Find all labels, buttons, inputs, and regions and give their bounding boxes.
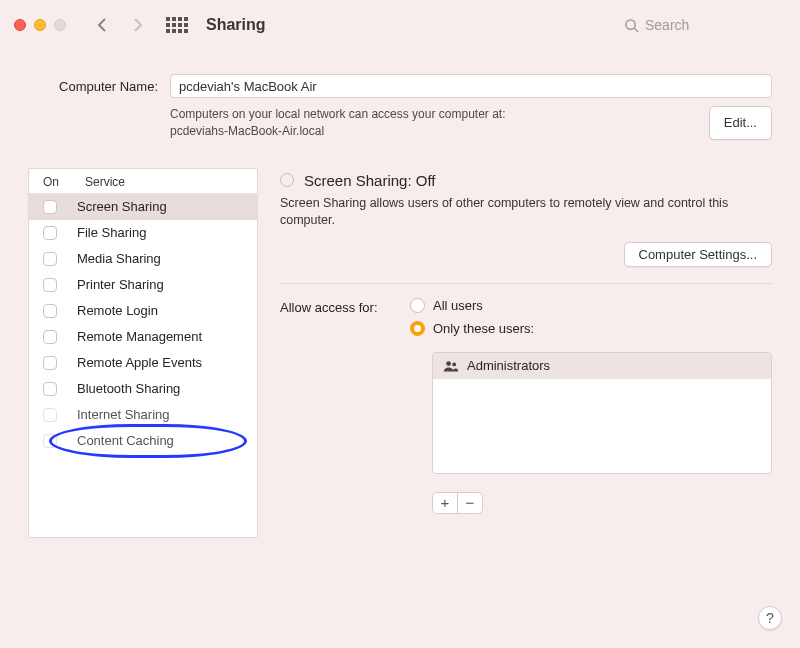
svg-line-1 — [634, 28, 638, 32]
service-internet-sharing[interactable]: Internet Sharing — [29, 402, 257, 428]
service-media-sharing[interactable]: Media Sharing — [29, 246, 257, 272]
remove-user-button[interactable]: − — [457, 492, 483, 514]
close-window-button[interactable] — [14, 19, 26, 31]
services-header: On Service — [29, 169, 257, 194]
divider — [280, 283, 772, 284]
service-checkbox[interactable] — [43, 330, 57, 344]
service-checkbox[interactable] — [43, 226, 57, 240]
radio-label: Only these users: — [433, 321, 534, 336]
radio-all-users[interactable]: All users — [410, 298, 772, 313]
allow-access-label: Allow access for: — [280, 298, 396, 315]
service-description: Screen Sharing allows users of other com… — [280, 195, 740, 230]
radio-icon — [410, 321, 425, 336]
search-placeholder: Search — [645, 17, 689, 33]
back-button[interactable] — [88, 13, 116, 37]
radio-label: All users — [433, 298, 483, 313]
edit-button[interactable]: Edit... — [709, 106, 772, 140]
services-panel: On Service Screen Sharing File Sharing M… — [28, 168, 258, 538]
status-indicator-icon — [280, 173, 294, 187]
help-button[interactable]: ? — [758, 606, 782, 630]
service-label: Printer Sharing — [77, 277, 164, 292]
service-checkbox[interactable] — [43, 252, 57, 266]
service-status-title: Screen Sharing: Off — [304, 172, 435, 189]
search-icon — [624, 18, 639, 33]
service-label: Content Caching — [77, 433, 174, 448]
service-detail-panel: Screen Sharing: Off Screen Sharing allow… — [280, 168, 772, 538]
computer-local-address-hint: Computers on your local network can acce… — [170, 106, 505, 140]
service-bluetooth-sharing[interactable]: Bluetooth Sharing — [29, 376, 257, 402]
service-label: Internet Sharing — [77, 407, 170, 422]
service-file-sharing[interactable]: File Sharing — [29, 220, 257, 246]
computer-name-label: Computer Name: — [28, 79, 158, 94]
service-label: Remote Login — [77, 303, 158, 318]
service-status-row: Screen Sharing: Off — [280, 172, 772, 189]
svg-point-3 — [452, 362, 456, 366]
radio-only-these-users[interactable]: Only these users: — [410, 321, 772, 336]
svg-point-0 — [626, 19, 635, 28]
service-checkbox — [43, 408, 57, 422]
plus-icon: + — [441, 494, 450, 511]
help-icon: ? — [766, 610, 774, 626]
zoom-window-button — [54, 19, 66, 31]
service-remote-login[interactable]: Remote Login — [29, 298, 257, 324]
computer-name-input[interactable] — [170, 74, 772, 98]
service-checkbox — [43, 434, 57, 448]
service-label: Bluetooth Sharing — [77, 381, 180, 396]
service-checkbox[interactable] — [43, 278, 57, 292]
users-group-icon — [443, 359, 459, 373]
services-header-service: Service — [85, 175, 125, 189]
service-checkbox[interactable] — [43, 356, 57, 370]
service-screen-sharing[interactable]: Screen Sharing — [29, 194, 257, 220]
search-input[interactable]: Search — [616, 13, 786, 37]
services-header-on: On — [43, 175, 85, 189]
services-list: Screen Sharing File Sharing Media Sharin… — [29, 194, 257, 454]
service-label: File Sharing — [77, 225, 146, 240]
show-all-prefs-icon[interactable] — [166, 17, 188, 33]
service-label: Screen Sharing — [77, 199, 167, 214]
svg-point-2 — [446, 361, 451, 366]
computer-name-row: Computer Name: — [28, 74, 772, 98]
add-user-button[interactable]: + — [432, 492, 458, 514]
service-label: Remote Management — [77, 329, 202, 344]
page-title: Sharing — [206, 16, 266, 34]
service-label: Media Sharing — [77, 251, 161, 266]
radio-icon — [410, 298, 425, 313]
users-list-label: Administrators — [467, 358, 550, 373]
service-remote-apple-events[interactable]: Remote Apple Events — [29, 350, 257, 376]
toolbar: Sharing Search — [0, 0, 800, 50]
service-checkbox[interactable] — [43, 382, 57, 396]
computer-settings-button[interactable]: Computer Settings... — [624, 242, 773, 267]
service-checkbox[interactable] — [43, 304, 57, 318]
allow-access-row: Allow access for: All users Only these u… — [280, 298, 772, 514]
service-label: Remote Apple Events — [77, 355, 202, 370]
minus-icon: − — [466, 494, 475, 511]
service-checkbox[interactable] — [43, 200, 57, 214]
minimize-window-button[interactable] — [34, 19, 46, 31]
forward-button[interactable] — [124, 13, 152, 37]
service-remote-management[interactable]: Remote Management — [29, 324, 257, 350]
users-list-row-administrators[interactable]: Administrators — [433, 353, 771, 379]
window-controls — [14, 19, 66, 31]
users-list[interactable]: Administrators — [432, 352, 772, 474]
service-content-caching[interactable]: Content Caching — [29, 428, 257, 454]
service-printer-sharing[interactable]: Printer Sharing — [29, 272, 257, 298]
